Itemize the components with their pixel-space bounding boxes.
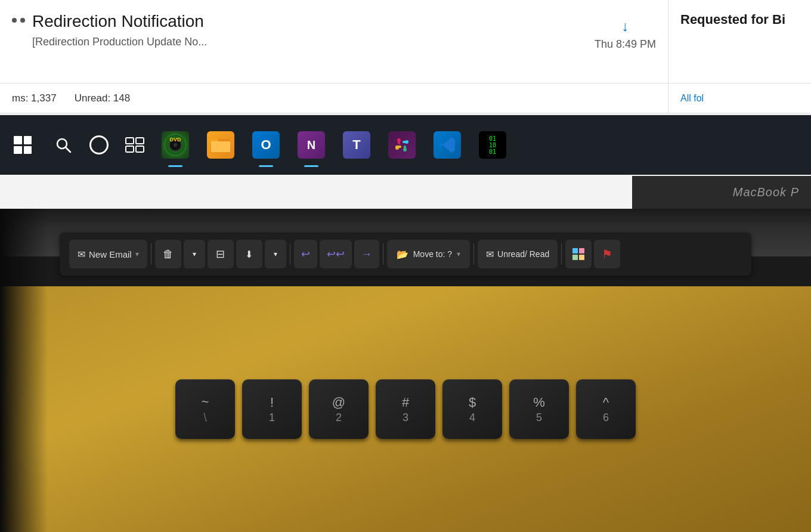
keyboard-area: ~ \ ! 1 @ 2 # 3 $ 4 % 5 ^ 6 [0,286,811,532]
right-panel: Requested for Bi [668,0,811,83]
save-icon: ⬇ [245,249,253,260]
reply-icon: ↩ [301,248,310,261]
vscode-icon [434,131,461,159]
taskbar-app-file-explorer[interactable] [199,120,242,169]
forward-icon: → [361,248,372,261]
email-preview: [Redirection Production Update No... [32,36,583,48]
reply-button[interactable]: ↩ [294,240,317,268]
key-1[interactable]: ! 1 [242,379,302,439]
svg-rect-4 [126,146,134,152]
new-email-button[interactable]: ✉ New Email ▾ [69,240,147,268]
svg-rect-19 [403,141,408,143]
download-arrow-icon: ↓ [621,18,629,35]
macbook-label: MacBook P [733,185,799,199]
slack-icon [388,131,416,159]
flag-icon: ⚑ [602,247,612,261]
key-2[interactable]: @ 2 [309,379,369,439]
divider-4 [473,243,474,265]
email-time-col: ↓ Thu 8:49 PM [595,12,656,51]
all-folders-text: All fol [680,93,704,104]
key-6[interactable]: ^ 6 [576,379,636,439]
unread-read-label: Unread/ Read [497,249,549,259]
categories-button[interactable] [565,240,592,268]
file-explorer-icon [207,131,234,159]
divider-5 [561,243,562,265]
svg-point-8 [174,143,177,147]
divider-3 [383,243,383,265]
save-dropdown-arrow: ▾ [274,250,277,258]
svg-rect-21 [579,248,584,253]
move-to-dropdown-arrow: ▾ [457,250,460,258]
svg-rect-17 [404,146,406,151]
unread-stat: Unread: 148 [75,92,131,104]
envelope-icon: ✉ [486,249,494,260]
svg-rect-5 [136,146,144,152]
key-tilde[interactable]: ~ \ [175,379,235,439]
delete-dropdown[interactable]: ▾ [184,240,205,268]
svg-rect-22 [572,255,578,260]
grid-icon [572,248,585,261]
divider-2 [290,243,290,265]
delete-button[interactable]: 🗑 [155,240,181,268]
matrix-icon: 011001 [479,131,506,159]
delete-icon: 🗑 [163,248,174,261]
teams-icon: T [343,131,370,159]
email-time: Thu 8:49 PM [595,38,656,51]
taskbar-app-matrix[interactable]: 011001 [471,120,514,169]
key-5[interactable]: % 5 [509,379,569,439]
delete-dropdown-arrow: ▾ [193,250,196,258]
save-dropdown[interactable]: ▾ [265,240,286,268]
svg-rect-3 [136,138,144,144]
items-stat: ms: 1,337 [12,92,57,104]
outlook-icon: O [252,131,280,159]
forward-button[interactable]: → [354,240,379,268]
mail-icon: ✉ [78,249,85,260]
search-icon [55,137,72,153]
taskbar-app-onenote[interactable]: N [290,120,333,169]
svg-rect-23 [579,255,584,260]
active-indicator-onenote [304,165,318,167]
keyboard-row-1: ~ \ ! 1 @ 2 # 3 $ 4 % 5 ^ 6 [175,379,636,439]
dot-1 [12,18,17,23]
save-button[interactable]: ⬇ [236,240,262,268]
search-button[interactable] [47,128,80,162]
dot-2 [20,18,25,23]
active-indicator [168,165,182,167]
reply-all-button[interactable]: ↩↩ [320,240,352,268]
cortana-button[interactable] [82,128,116,162]
taskbar-app-slack[interactable] [380,120,423,169]
reply-all-icon: ↩↩ [327,248,345,261]
email-subject: Redirection Notification [32,12,583,31]
archive-button[interactable]: ⊟ [208,240,234,268]
macbook-label-area: MacBook P [632,176,811,209]
email-content: Redirection Notification [Redirection Pr… [32,12,583,48]
svg-rect-11 [211,141,230,152]
move-to-icon: 📂 [397,249,408,260]
windows-start-button[interactable] [6,128,39,162]
new-email-label: New Email [89,249,132,259]
taskbar-app-vscode[interactable] [426,120,469,169]
svg-line-1 [66,147,70,152]
archive-icon: ⊟ [216,248,225,261]
taskbar-app-teams[interactable]: T [335,120,378,169]
email-header-row[interactable]: Redirection Notification [Redirection Pr… [0,0,668,83]
taskbar-app-dvd[interactable]: DVD [154,120,197,169]
requested-for-text: Requested for Bi [680,12,799,27]
key-4[interactable]: $ 4 [442,379,502,439]
key-3[interactable]: # 3 [376,379,435,439]
flag-button[interactable]: ⚑ [594,240,620,268]
svg-rect-2 [126,138,134,144]
svg-text:DVD: DVD [169,137,181,143]
taskbar: DVD O N T [0,115,811,175]
all-folders-label[interactable]: All fol [668,83,811,113]
taskbar-app-outlook[interactable]: O [244,120,287,169]
unread-read-button[interactable]: ✉ Unread/ Read [478,240,558,268]
windows-logo-icon [14,136,32,154]
move-to-label: Move to: ? [413,249,452,259]
svg-rect-16 [398,138,400,144]
svg-rect-18 [395,146,401,148]
task-view-button[interactable] [118,128,151,162]
svg-rect-20 [572,248,578,253]
dvd-icon: DVD [162,131,189,159]
move-to-button[interactable]: 📂 Move to: ? ▾ [387,240,470,268]
